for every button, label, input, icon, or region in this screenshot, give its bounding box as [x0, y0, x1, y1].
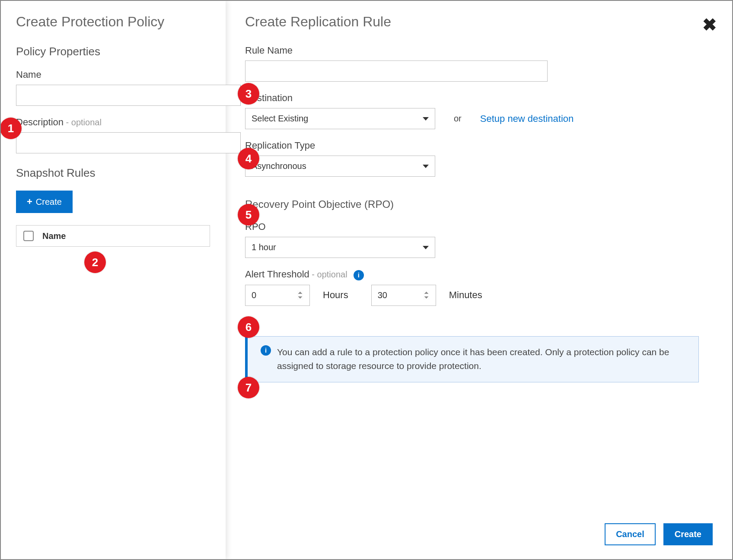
alert-threshold-label: Alert Threshold - optional i: [245, 269, 713, 280]
annotation-badge-4: 4: [238, 148, 259, 169]
destination-label: Destination: [245, 92, 713, 104]
hours-unit: Hours: [323, 290, 348, 301]
create-protection-policy-panel: Create Protection Policy Policy Properti…: [1, 1, 226, 559]
policy-description-label: Description - optional: [16, 117, 210, 128]
close-icon[interactable]: ✖: [702, 16, 717, 33]
replication-panel-title: Create Replication Rule: [245, 14, 713, 30]
policy-name-input[interactable]: [16, 85, 241, 106]
info-message: You can add a rule to a protection polic…: [277, 345, 689, 373]
setup-new-destination-link[interactable]: Setup new destination: [480, 113, 574, 124]
create-button-label: Create: [36, 197, 62, 207]
snapshot-rules-heading: Snapshot Rules: [16, 166, 210, 180]
destination-value: Select Existing: [252, 114, 308, 124]
rpo-select[interactable]: 1 hour: [245, 237, 435, 258]
chevron-down-icon: [423, 246, 429, 249]
description-text: Description: [16, 117, 64, 127]
annotation-badge-6: 6: [238, 316, 259, 338]
plus-icon: +: [27, 196, 32, 207]
destination-select[interactable]: Select Existing: [245, 108, 435, 129]
chevron-down-icon: [423, 117, 429, 121]
minutes-unit: Minutes: [449, 290, 482, 301]
create-button[interactable]: Create: [663, 523, 713, 545]
info-icon: i: [261, 345, 271, 356]
alert-optional-text: - optional: [309, 270, 347, 279]
policy-panel-title: Create Protection Policy: [16, 14, 210, 30]
info-banner: i You can add a rule to a protection pol…: [245, 336, 699, 382]
chevron-down-icon: [423, 165, 429, 168]
annotation-badge-7: 7: [238, 377, 259, 398]
policy-properties-heading: Policy Properties: [16, 45, 210, 58]
alert-threshold-text: Alert Threshold: [245, 269, 309, 280]
rpo-value: 1 hour: [252, 242, 276, 252]
annotation-badge-3: 3: [238, 83, 259, 105]
create-replication-rule-panel: ✖ Create Replication Rule Rule Name Dest…: [226, 1, 732, 559]
create-snapshot-rule-button[interactable]: + Create: [16, 191, 73, 213]
cancel-button[interactable]: Cancel: [605, 523, 656, 545]
alert-hours-input[interactable]: [245, 285, 310, 306]
snapshot-rules-table-header: Name: [16, 225, 210, 247]
annotation-badge-1: 1: [0, 118, 22, 139]
replication-type-value: Asynchronous: [252, 161, 306, 171]
replication-type-label: Replication Type: [245, 140, 713, 151]
rule-name-label: Rule Name: [245, 45, 713, 56]
info-icon[interactable]: i: [354, 270, 364, 280]
policy-name-label: Name: [16, 69, 210, 80]
or-text: or: [454, 114, 462, 124]
select-all-checkbox[interactable]: [23, 231, 34, 241]
description-optional-text: - optional: [64, 118, 102, 127]
annotation-badge-2: 2: [84, 251, 106, 273]
table-col-name: Name: [42, 231, 66, 241]
annotation-badge-5: 5: [238, 204, 259, 226]
alert-minutes-input[interactable]: [371, 285, 436, 306]
replication-type-select[interactable]: Asynchronous: [245, 156, 435, 177]
rpo-section: Recovery Point Objective (RPO) RPO 1 hou…: [245, 198, 713, 306]
dialog-footer: Cancel Create: [605, 523, 713, 545]
rpo-label: RPO: [245, 221, 713, 232]
rule-name-input[interactable]: [245, 60, 548, 82]
rpo-heading: Recovery Point Objective (RPO): [245, 198, 713, 210]
policy-description-input[interactable]: [16, 132, 241, 153]
